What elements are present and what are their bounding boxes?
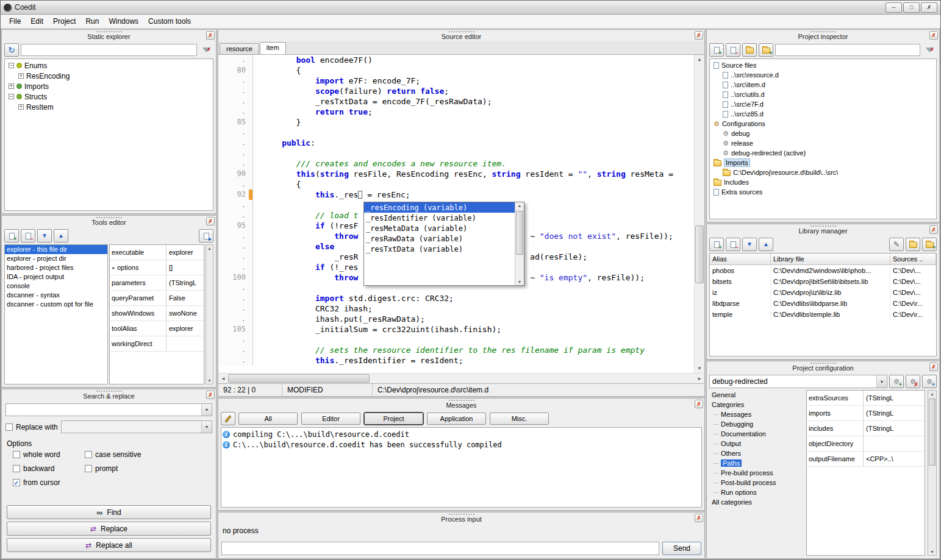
move-library-down-button[interactable]: ▼ [742,238,757,251]
replace-with-checkbox[interactable] [5,424,13,431]
library-row[interactable]: templeC:\Dev\dlibs\temple.libC:\Dev\r... [710,309,936,320]
inspector-search-input[interactable] [775,44,920,56]
whole-word-checkbox[interactable] [13,451,20,458]
column-header[interactable]: Alias [710,253,771,264]
tool-list-item[interactable]: dscanner - custom opt for file [5,300,107,309]
drag-grip-icon[interactable] [810,225,836,227]
property-row[interactable]: imports(TStringL [807,406,925,421]
drag-grip-icon[interactable] [96,31,122,32]
category-item[interactable]: All categories [709,497,804,507]
category-item[interactable]: Post-build process [709,478,804,487]
refresh-button[interactable]: ↻ [4,43,19,57]
category-item[interactable]: Output [709,439,804,448]
tool-list-item[interactable]: explorer - this file dir [5,245,107,254]
from-cursor-checkbox[interactable]: ✓ [13,479,20,486]
project-tree-item[interactable]: ⚙debug-redirected (active) [711,148,935,158]
property-grid-scrollbar[interactable]: ▲▼ [206,244,213,385]
tree-item[interactable]: +Imports [6,81,212,91]
add-library-button[interactable]: + [709,238,724,251]
expand-arrow-icon[interactable]: ► [112,266,116,270]
inspector-filter-button[interactable] [922,43,937,57]
project-tree-item[interactable]: ..\src\resource.d [711,70,935,80]
tab-item[interactable]: item [260,42,286,54]
replace-button[interactable]: ⇄Replace [7,522,211,536]
move-tool-down-button[interactable]: ▼ [37,229,52,243]
property-row[interactable]: outputFilename<CPP>..\ [807,452,925,467]
property-value[interactable]: (TStringL [864,421,925,436]
library-row[interactable]: libdparseC:\Dev\dlibs\libdparse.libC:\De… [710,298,936,309]
column-header[interactable]: Sources .. [890,253,936,264]
editor-horizontal-scrollbar[interactable]: ◄ ► [218,373,704,383]
maximize-button[interactable]: □ [903,2,920,13]
completion-scrollbar[interactable]: ▲ ▼ [515,202,524,285]
project-tree-item[interactable]: ..\src\item.d [711,80,935,90]
tree-expander-icon[interactable]: + [18,104,24,110]
close-panel-button[interactable]: ✗ [695,514,703,522]
drag-grip-icon[interactable] [96,217,122,218]
tool-list-item[interactable]: explorer - project dir [5,254,107,263]
category-item[interactable]: Run options [709,487,804,497]
message-row[interactable]: iC:\...\build\resource.d.coedit has been… [223,439,700,450]
category-item[interactable]: General [709,390,804,400]
find-button[interactable]: ∞Find [7,505,211,519]
tree-expander-icon[interactable]: − [9,63,14,68]
tree-item[interactable]: −Structs [6,91,212,102]
message-row[interactable]: icompiling C:\...\build\resource.d.coedi… [223,429,700,439]
project-tree-item[interactable]: ⚙Configurations [711,119,935,129]
remove-source-button[interactable]: − [726,43,740,57]
add-configuration-button[interactable]: ⚙+ [889,375,904,388]
property-row[interactable]: ►options[] [110,260,204,275]
drag-grip-icon[interactable] [449,400,474,401]
add-tool-button[interactable]: + [4,229,19,243]
menu-item-project[interactable]: Project [48,15,81,27]
symbol-filter-button[interactable] [199,43,213,57]
editor-vertical-scrollbar[interactable]: ▲ ▼ [694,55,704,373]
tree-expander-icon[interactable]: − [9,94,14,99]
scrollbar-thumb[interactable] [228,374,370,383]
close-panel-button[interactable]: ✗ [929,31,938,40]
backward-checkbox[interactable] [13,465,20,472]
completion-item[interactable]: _resRawData (variable) [364,233,515,244]
filter-application[interactable]: Application [427,413,486,425]
add-source-button[interactable]: + [709,43,724,57]
column-header[interactable]: Library file [771,253,890,264]
category-item[interactable]: Pre-build process [709,468,804,478]
library-row[interactable]: phobosC:\Dev\dmd2\windows\lib\phob...C:\… [710,265,936,276]
close-panel-button[interactable]: ✗ [206,217,215,225]
property-row[interactable]: objectDirectory [807,436,925,452]
property-value[interactable]: explorer [166,245,204,260]
project-tree-item[interactable]: C:\Dev\dproj\resource.d\build\..\src\ [711,168,935,177]
property-value[interactable] [864,436,925,451]
property-row[interactable]: parameters(TStringL [110,275,204,291]
drag-grip-icon[interactable] [810,363,836,364]
close-panel-button[interactable]: ✗ [929,363,938,371]
open-library-file-button[interactable] [906,238,920,251]
property-row[interactable]: workingDirect [110,336,204,352]
send-button[interactable]: Send [662,542,701,555]
property-value[interactable]: swoNone [166,306,204,321]
property-value[interactable]: (TStringL [864,406,925,420]
project-tree-item[interactable]: ⚙release [711,138,935,148]
configuration-combobox[interactable]: debug-redirected ▼ [709,375,887,388]
add-folder-button[interactable] [742,43,757,57]
add-library-folder-button[interactable]: + [922,238,937,251]
library-row[interactable]: bitsetsC:\Dev\dproj\bitSet\lib\bitsets.l… [710,276,936,287]
completion-item[interactable]: _resIdentifier (variable) [364,213,515,223]
tool-list-item[interactable]: harbored - project files [5,263,107,272]
category-item[interactable]: Paths [709,458,804,468]
category-item[interactable]: Documentation [709,429,804,439]
scrollbar-thumb[interactable] [516,211,523,255]
search-term-combobox[interactable]: ▼ [5,403,212,416]
filter-misc[interactable]: Misc. [490,413,549,425]
drag-grip-icon[interactable] [449,514,474,515]
property-row[interactable]: toolAliasexplorer [110,321,204,336]
project-tree-item[interactable]: Source files [711,60,935,70]
property-value[interactable] [166,336,204,351]
run-tool-button[interactable]: ▸ [199,229,213,243]
tool-list-item[interactable]: console [5,282,107,291]
tree-expander-icon[interactable]: + [9,83,14,89]
chevron-down-icon[interactable]: ▼ [201,421,212,433]
project-tree-item[interactable]: ..\src\z85.d [711,109,935,119]
chevron-down-icon[interactable]: ▼ [201,404,212,416]
tool-list-item[interactable]: dscanner - syntax [5,291,107,300]
